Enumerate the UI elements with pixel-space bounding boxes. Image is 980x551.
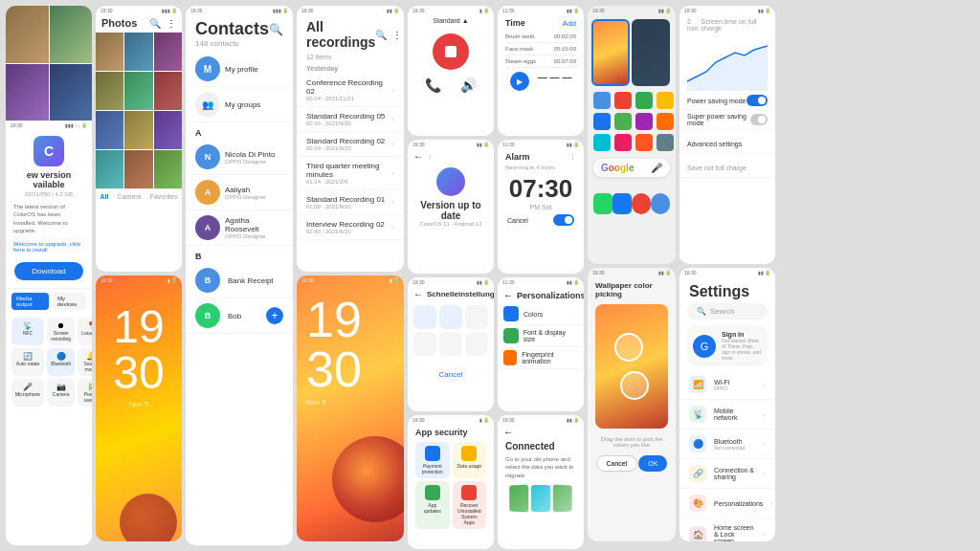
cancel-wcp-button[interactable]: Cancel — [596, 455, 638, 472]
personal-fingerprint[interactable]: Fingerprint animation — [498, 347, 584, 369]
app-icon-12[interactable] — [657, 134, 674, 151]
security-recover[interactable]: Recover Uninstalled System Apps — [453, 481, 487, 529]
contact-aaliyah[interactable]: A Aaliyah OPPO Designer — [186, 175, 293, 210]
security-updates[interactable]: App updates — [415, 481, 450, 529]
app-icon-3[interactable] — [635, 92, 653, 109]
super-power-toggle[interactable] — [750, 114, 768, 125]
security-payment[interactable]: Payment protection — [415, 442, 450, 478]
mic-icon[interactable]: 🎤 — [651, 163, 662, 173]
toggle-mic[interactable]: 🎤Microphone — [11, 379, 44, 407]
recording-2[interactable]: Standard Recording 05 00:30 · 2021/9/20 … — [297, 107, 404, 132]
play-button[interactable]: ▶ — [510, 72, 529, 91]
app-icon-2[interactable] — [614, 92, 632, 109]
security-data[interactable]: Data usage — [453, 442, 487, 478]
recording-1[interactable]: Conference Recording 02 00:04 · 2021/11/… — [297, 74, 404, 107]
dock-phone[interactable] — [632, 193, 651, 214]
toggle-nfc[interactable]: 📡NFC — [11, 318, 44, 345]
recording-3[interactable]: Standard Recording 02 00:26 · 2021/9/20 … — [297, 132, 404, 157]
recording-4[interactable]: Third quarter meeting minutes 01:24 · 20… — [297, 157, 404, 190]
color-picker-1[interactable] — [614, 333, 643, 362]
my-groups-item[interactable]: 👥 My groups — [186, 87, 293, 122]
advanced-item[interactable]: Advanced settings — [679, 130, 775, 154]
standard-label[interactable]: Standard ▲ — [408, 15, 494, 26]
contact-agatha[interactable]: A Agatha Roosevelt OPPO Designer — [186, 210, 293, 246]
dock-messages[interactable] — [651, 193, 670, 214]
search-icon-rec[interactable]: 🔍 — [375, 30, 387, 40]
tab-all[interactable]: All — [100, 193, 109, 200]
schnell-item-1[interactable] — [413, 305, 436, 329]
app-icon-1[interactable] — [593, 92, 611, 109]
contact-bank[interactable]: B Bank Receipt — [186, 263, 293, 298]
google-search-bar[interactable]: Google 🎤 — [593, 159, 670, 177]
tab-media-output[interactable]: Media output — [11, 293, 49, 310]
record-button[interactable] — [433, 33, 469, 70]
back-icon-personal[interactable]: ← — [503, 290, 513, 300]
wallpaper-thumb-2[interactable] — [632, 19, 670, 86]
schnell-item-3[interactable] — [465, 305, 488, 329]
alarm-icon[interactable]: ⋮ — [569, 153, 576, 161]
alarm-toggle[interactable] — [553, 214, 574, 226]
wallpaper-thumb-1[interactable] — [591, 19, 630, 86]
power-saving-toggle[interactable] — [746, 95, 768, 106]
personal-colors[interactable]: Colors — [498, 303, 584, 325]
schnell-item-5[interactable] — [439, 332, 462, 356]
tab-my-devices[interactable]: My devices — [53, 293, 86, 310]
ok-wcp-button[interactable]: OK — [638, 455, 667, 472]
schnell-cancel[interactable]: Cancel — [408, 360, 494, 385]
toggle-screen-rec[interactable]: ⏺Screen recording — [47, 318, 75, 345]
more-icon[interactable]: ⋮ — [167, 18, 176, 29]
contact-nicola[interactable]: N Nicola Di Pinto OPPO Designer — [186, 140, 293, 175]
app-icon-5[interactable] — [593, 113, 611, 130]
search-icon[interactable]: 🔍 — [269, 23, 283, 36]
toggle-sound[interactable]: 🔔Sound mode — [78, 348, 92, 376]
back-icon-schnell[interactable]: ← — [413, 289, 423, 299]
settings-search[interactable]: 🔍 Search — [687, 303, 768, 320]
schnell-item-2[interactable] — [439, 305, 462, 329]
settings-connection[interactable]: 🔗 Connection & sharing › — [679, 459, 775, 489]
app-icon-7[interactable] — [635, 113, 653, 130]
dock-whatsapp[interactable] — [593, 193, 612, 214]
app-icon-4[interactable] — [657, 92, 674, 109]
recording-6[interactable]: Interview Recording 02 02:40 · 2021/9/20… — [297, 215, 404, 240]
more-icon[interactable]: ⋮ — [291, 23, 293, 36]
schnell-item-4[interactable] — [413, 332, 436, 356]
dock-fb[interactable] — [612, 193, 632, 214]
settings-signin[interactable]: G Sign in Get started. Meet AI There. He… — [687, 325, 768, 366]
recording-4-info: Third quarter meeting minutes 01:24 · 20… — [306, 162, 391, 185]
settings-personalizations[interactable]: 🎨 Personalizations › — [679, 489, 775, 518]
back-icon-connected[interactable]: ← — [503, 427, 513, 437]
search-icon[interactable]: 🔍 — [149, 18, 161, 29]
back-icon-version[interactable]: ← — [413, 151, 423, 162]
schnell-item-6[interactable] — [465, 332, 488, 356]
contact-bob[interactable]: B Bob + — [186, 298, 293, 334]
recording-5[interactable]: Standard Recording 01 01:09 · 2021/9/20 … — [297, 190, 404, 215]
app-icon-8[interactable] — [657, 113, 674, 130]
homescreen-icon: 🏠 — [689, 526, 706, 542]
speaker-icon[interactable]: 🔊 — [460, 77, 477, 93]
toggle-camera[interactable]: 📷Camera — [47, 379, 75, 407]
add-button[interactable]: Add — [563, 19, 576, 28]
app-icon-11[interactable] — [635, 134, 653, 151]
color-picker-2[interactable] — [620, 371, 649, 400]
toggle-bluetooth[interactable]: 🔵Bluetooth — [47, 348, 75, 376]
settings-mobile[interactable]: 📡 Mobile network › — [679, 400, 775, 430]
cancel-alarm[interactable]: Cancel — [507, 217, 528, 224]
toggle-power-save[interactable]: 🔋Power saving — [78, 379, 92, 407]
settings-homescreen[interactable]: 🏠 Home screen & Lock screen › — [679, 518, 775, 541]
more-icon-rec[interactable]: ⋮ — [392, 30, 402, 40]
my-profile-item[interactable]: M My profile — [186, 52, 293, 87]
add-contact-button[interactable]: + — [266, 307, 283, 324]
toggle-location[interactable]: 📍Location — [78, 318, 92, 345]
settings-wifi[interactable]: 📶 Wi-Fi OPPO › — [679, 370, 775, 400]
update-link[interactable]: Welcome to upgrade, click here to instal… — [6, 239, 92, 254]
download-button[interactable]: Download — [14, 262, 83, 280]
app-icon-9[interactable] — [593, 134, 611, 151]
settings-bluetooth[interactable]: 🔵 Bluetooth Not connected › — [679, 430, 775, 459]
tab-favorites[interactable]: Favorites — [150, 193, 178, 200]
toggle-rotate[interactable]: 🔄Auto rotate — [11, 348, 44, 376]
tab-camera[interactable]: Camera — [118, 193, 142, 200]
personal-font[interactable]: Font & display size — [498, 325, 584, 347]
phone-icon[interactable]: 📞 — [425, 77, 441, 93]
app-icon-6[interactable] — [614, 113, 632, 130]
app-icon-10[interactable] — [614, 134, 632, 151]
